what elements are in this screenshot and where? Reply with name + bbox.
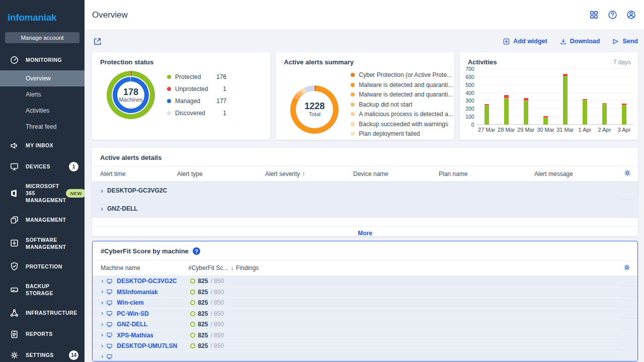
monitor-icon bbox=[106, 289, 113, 295]
x-tick-label: 1 Apr bbox=[575, 127, 595, 133]
gear-icon bbox=[9, 350, 19, 360]
sidebar-item-infrastructure[interactable]: INFRASTRUCTURE bbox=[0, 302, 85, 323]
column-device-name[interactable]: Device name bbox=[351, 170, 437, 177]
score-max: / 850 bbox=[210, 299, 224, 306]
bar-slot bbox=[497, 69, 516, 125]
sidebar-item-software-management[interactable]: SOFTWARE MANAGEMENT bbox=[0, 231, 85, 256]
network-icon bbox=[9, 308, 19, 318]
sidebar-item-label: MONITORING bbox=[26, 56, 62, 63]
monitor-icon bbox=[9, 161, 19, 171]
send-label: Send bbox=[622, 38, 638, 45]
y-tick-label: 600 bbox=[465, 74, 474, 80]
sidebar-item-my-inbox[interactable]: MY INBOX bbox=[0, 135, 85, 156]
cyberfit-row[interactable]: › bbox=[93, 352, 637, 362]
cyberfit-row[interactable]: ›GNZ-DELL825/ 850 bbox=[93, 319, 637, 330]
x-tick-label: 31 Mar bbox=[555, 127, 575, 133]
column-findings[interactable]: Findings bbox=[234, 264, 623, 272]
activity-bar bbox=[622, 69, 626, 125]
cyberfit-row[interactable]: ›DESKTOP-UMU7LSN825/ 850 bbox=[93, 341, 637, 352]
donut-center: 1228Total bbox=[301, 96, 328, 123]
sidebar-item-microsoft-365-management[interactable]: MICROSOFT 365 MANAGEMENTNEW bbox=[0, 177, 85, 210]
chevron-right-icon: › bbox=[101, 204, 103, 213]
table-settings-gear-icon[interactable] bbox=[623, 169, 638, 178]
download-button[interactable]: Download bbox=[559, 38, 600, 45]
column-alert-type[interactable]: Alert type bbox=[175, 170, 263, 177]
legend-item: Malware is detected and quaranti...1011 bbox=[351, 81, 454, 89]
period-label: 7 days bbox=[613, 59, 631, 66]
manage-account-button[interactable]: Manage account bbox=[5, 32, 79, 43]
sidebar-item-label: MICROSOFT 365 MANAGEMENT bbox=[26, 183, 66, 204]
sidebar-item-overview[interactable]: Overview bbox=[0, 70, 85, 86]
alert-device-row[interactable]: ›DESKTOP-GC3VG2C bbox=[92, 182, 638, 200]
legend-label: Malware is detected and quaranti... bbox=[359, 91, 454, 98]
column-alert-time[interactable]: Alert time bbox=[92, 170, 175, 177]
alerts-legend: Cyber Protection (or Active Prote...16Ma… bbox=[351, 71, 454, 140]
sidebar-item-label: PROTECTION bbox=[26, 263, 62, 270]
sidebar-item-management[interactable]: MANAGEMENT bbox=[0, 210, 85, 231]
sidebar-item-activities[interactable]: Activities bbox=[0, 103, 85, 119]
clipboard-icon bbox=[9, 329, 19, 339]
column-cyberfit-score[interactable]: #CyberFit Sc... ↓ bbox=[186, 264, 234, 272]
more-link[interactable]: More bbox=[358, 230, 372, 237]
bar-slot bbox=[595, 69, 614, 125]
legend-label: Unprotected bbox=[175, 85, 219, 93]
cyberfit-row[interactable]: ›XPS-Mathias825/ 850 bbox=[93, 330, 637, 341]
sidebar-item-settings[interactable]: SETTINGS14 bbox=[0, 344, 85, 362]
chevron-right-icon: › bbox=[101, 299, 103, 306]
send-button[interactable]: Send bbox=[612, 38, 638, 45]
sidebar-item-monitoring[interactable]: MONITORING bbox=[0, 49, 85, 70]
legend-dot bbox=[351, 132, 355, 136]
x-tick-label: 28 Mar bbox=[497, 127, 516, 133]
count-badge: 14 bbox=[69, 350, 78, 360]
cyberfit-row[interactable]: ›PC-Win-SD825/ 850 bbox=[93, 309, 637, 320]
popout-icon[interactable] bbox=[92, 36, 102, 46]
cyberfit-row[interactable]: ›DESKTOP-GC3VG2C825/ 850 bbox=[93, 276, 637, 287]
bar-segment-succeeded bbox=[524, 101, 528, 125]
chevron-right-icon: › bbox=[101, 342, 103, 349]
sidebar-item-alerts[interactable]: Alerts bbox=[0, 86, 85, 103]
score-value: 825 bbox=[198, 278, 208, 285]
new-badge: NEW bbox=[66, 189, 85, 198]
legend-label: Plan deployment failed bbox=[359, 130, 454, 137]
row-end-cell bbox=[618, 276, 637, 287]
table-settings-gear-icon[interactable] bbox=[623, 263, 637, 273]
alert-device-row[interactable]: ›GNZ-DELL bbox=[92, 200, 638, 218]
add-widget-button[interactable]: Add widget bbox=[503, 38, 547, 45]
sidebar-item-devices[interactable]: DEVICES1 bbox=[0, 156, 85, 177]
add-widget-label: Add widget bbox=[513, 38, 547, 45]
row-end-cell bbox=[618, 341, 637, 351]
sidebar-item-label: REPORTS bbox=[26, 330, 53, 337]
score-value: 825 bbox=[198, 342, 208, 349]
legend-item: Protected176 bbox=[167, 73, 226, 81]
legend-dot bbox=[351, 103, 355, 107]
account-icon[interactable] bbox=[626, 10, 636, 20]
y-tick-label: 300 bbox=[465, 98, 474, 104]
help-icon[interactable] bbox=[607, 10, 617, 20]
score-max: / 850 bbox=[210, 278, 224, 285]
column-alert-severity[interactable]: Alert severity ↑ bbox=[263, 170, 351, 177]
sidebar-item-backup-storage[interactable]: BACKUP STORAGE bbox=[0, 277, 85, 302]
column-machine-name[interactable]: Machine name bbox=[93, 264, 186, 272]
sidebar-item-threat-feed[interactable]: Threat feed bbox=[0, 119, 85, 135]
activity-bar bbox=[504, 69, 509, 125]
sidebar-item-protection[interactable]: PROTECTION bbox=[0, 256, 85, 277]
activities-bar-chart bbox=[477, 69, 634, 125]
legend-item: Discovered1 bbox=[167, 109, 226, 118]
apps-grid-icon[interactable] bbox=[589, 10, 599, 20]
cyberfit-widget: #CyberFit Score by machine ? Machine nam… bbox=[92, 241, 638, 361]
cyberfit-score: 825/ 850 bbox=[190, 310, 238, 317]
activity-bar bbox=[543, 69, 548, 125]
column-plan-name[interactable]: Plan name bbox=[437, 170, 532, 177]
device-name: DESKTOP-GC3VG2C bbox=[107, 187, 167, 194]
sidebar-item-reports[interactable]: REPORTS bbox=[0, 323, 85, 344]
cyberfit-row[interactable]: ›MSInfomaniak825/ 850 bbox=[93, 287, 637, 298]
y-axis-labels: 0100200300400500600700 bbox=[463, 69, 477, 125]
column-alert-message[interactable]: Alert message bbox=[532, 170, 623, 177]
legend-dot bbox=[167, 111, 171, 115]
cyberfit-row[interactable]: ›Win-clem825/ 850 bbox=[93, 298, 637, 309]
help-icon[interactable]: ? bbox=[193, 247, 200, 255]
dashboard-toolbar: Add widget Download Send bbox=[92, 30, 638, 52]
bar-slot bbox=[516, 69, 536, 125]
bar-slot bbox=[614, 69, 634, 125]
sidebar-item-label: SOFTWARE MANAGEMENT bbox=[26, 236, 70, 250]
